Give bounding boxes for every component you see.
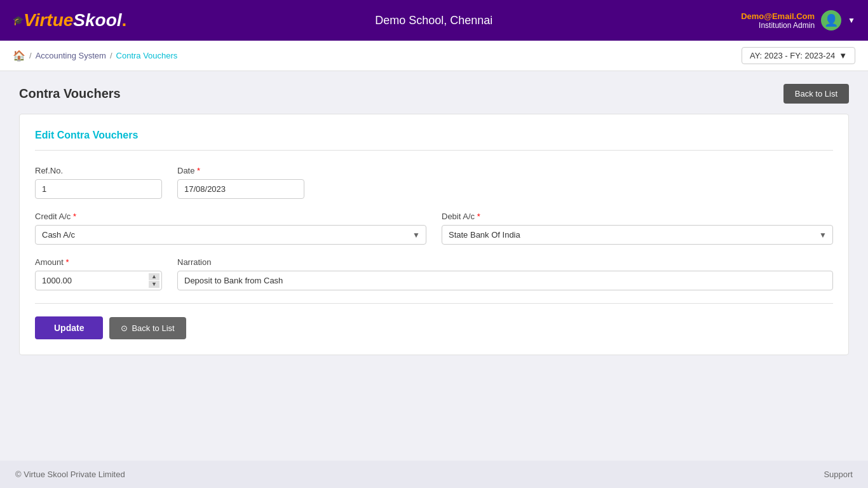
user-role: Institution Admin (741, 21, 815, 30)
breadcrumb-accounting[interactable]: Accounting System (36, 51, 106, 60)
debit-ac-select[interactable]: State Bank Of India Bank A/c Other A/c (442, 225, 833, 245)
fy-selector[interactable]: AY: 2023 - FY: 2023-24 ▼ (742, 47, 855, 64)
fy-label: AY: 2023 - FY: 2023-24 (750, 51, 835, 60)
logo-dot: . (122, 10, 127, 30)
update-button[interactable]: Update (35, 316, 103, 339)
debit-ac-label: Debit A/c * (442, 212, 833, 221)
breadcrumb-sep-2: / (110, 51, 112, 60)
back-icon: ⊙ (121, 323, 128, 333)
fy-dropdown-arrow: ▼ (839, 51, 847, 60)
amount-increment[interactable]: ▲ (149, 273, 159, 280)
credit-ac-select-wrapper: Cash A/c Bank A/c Other A/c ▼ (35, 225, 426, 245)
page-header: Contra Vouchers Back to List (19, 84, 849, 104)
debit-ac-select-wrapper: State Bank Of India Bank A/c Other A/c ▼ (442, 225, 833, 245)
credit-ac-label: Credit A/c * (35, 212, 426, 221)
form-card: Edit Contra Vouchers Ref.No. Date * Cred… (19, 114, 849, 355)
ref-no-input[interactable] (35, 179, 162, 199)
date-input[interactable] (177, 179, 304, 199)
footer-support[interactable]: Support (824, 470, 853, 479)
ref-no-group: Ref.No. (35, 166, 162, 199)
amount-group: Amount * ▲ ▼ (35, 257, 162, 290)
breadcrumb-current: Contra Vouchers (116, 51, 178, 60)
narration-input[interactable] (177, 271, 833, 290)
back-to-list-button[interactable]: ⊙ Back to List (109, 317, 186, 339)
footer: © Virtue Skool Private Limited Support (0, 461, 868, 488)
main-content: Contra Vouchers Back to List Edit Contra… (0, 71, 868, 368)
avatar: 👤 (821, 10, 841, 30)
action-row: Update ⊙ Back to List (35, 316, 833, 339)
amount-label: Amount * (35, 257, 162, 267)
back-to-list-button-header[interactable]: Back to List (783, 84, 849, 104)
form-row-1: Ref.No. Date * (35, 166, 833, 199)
amount-decrement[interactable]: ▼ (149, 281, 159, 288)
logo-hat-icon: 🎓 (13, 15, 24, 25)
back-to-list-label: Back to List (132, 323, 174, 333)
logo-skool: Skool (73, 10, 121, 30)
form-row-3: Amount * ▲ ▼ Narration (35, 257, 833, 290)
breadcrumb: 🏠 / Accounting System / Contra Vouchers (13, 50, 177, 62)
user-dropdown-arrow[interactable]: ▼ (848, 16, 855, 25)
breadcrumb-sep-1: / (29, 51, 32, 60)
narration-label: Narration (177, 257, 833, 267)
home-icon[interactable]: 🏠 (13, 50, 25, 62)
ref-no-label: Ref.No. (35, 166, 162, 175)
header: 🎓 VirtueSkool. Demo School, Chennai Demo… (0, 0, 868, 41)
credit-ac-group: Credit A/c * Cash A/c Bank A/c Other A/c… (35, 212, 426, 245)
user-email: Demo@Email.Com (741, 11, 815, 21)
debit-ac-group: Debit A/c * State Bank Of India Bank A/c… (442, 212, 833, 245)
breadcrumb-bar: 🏠 / Accounting System / Contra Vouchers … (0, 41, 868, 71)
user-section: Demo@Email.Com Institution Admin 👤 ▼ (741, 10, 855, 30)
spinner-buttons: ▲ ▼ (149, 273, 159, 288)
logo: 🎓 VirtueSkool. (13, 10, 126, 30)
footer-copyright: © Virtue Skool Private Limited (15, 470, 125, 479)
page-title: Contra Vouchers (19, 86, 121, 101)
date-group: Date * (177, 166, 304, 199)
logo-virtue: Virtue (24, 10, 73, 30)
amount-input[interactable] (35, 271, 162, 290)
amount-wrapper: ▲ ▼ (35, 271, 162, 290)
credit-ac-select[interactable]: Cash A/c Bank A/c Other A/c (35, 225, 426, 245)
form-row-2: Credit A/c * Cash A/c Bank A/c Other A/c… (35, 212, 833, 245)
narration-group: Narration (177, 257, 833, 290)
user-info: Demo@Email.Com Institution Admin (741, 11, 815, 30)
date-label: Date * (177, 166, 304, 175)
form-divider (35, 303, 833, 304)
card-title: Edit Contra Vouchers (35, 130, 833, 151)
school-name: Demo School, Chennai (375, 14, 492, 27)
